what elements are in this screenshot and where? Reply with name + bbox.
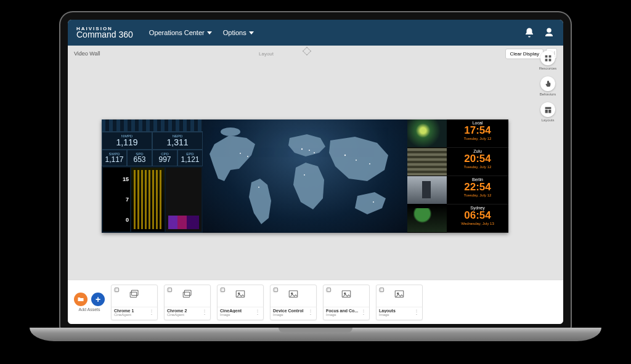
thumb-camera-2 <box>407 176 447 204</box>
dash-cell-value: 1,311 <box>155 138 200 147</box>
video-wall-canvas[interactable]: NWPD 1,119 NEPD 1,311 SWPD 1,117 <box>68 62 563 280</box>
asset-tile[interactable]: Chrome 1CineAgent⋮ <box>111 285 158 320</box>
assets-bar: + Add Assets Chrome 1CineAgent⋮Chrome 2C… <box>68 280 563 324</box>
dash-charts: 15 7 0 <box>102 166 203 233</box>
dash-count: 7 <box>104 196 129 203</box>
menu-options-label: Options <box>223 29 246 36</box>
menu-ops-label: Operations Center <box>149 29 205 36</box>
dash-cell: NEPD 1,311 <box>152 132 203 150</box>
asset-tile[interactable]: Chrome 2CineAgent⋮ <box>164 285 211 320</box>
svg-point-0 <box>221 127 240 136</box>
svg-rect-14 <box>185 290 192 295</box>
dash-cell: SPD 653 <box>127 150 152 166</box>
asset-tile[interactable]: CineAgentImage⋮ <box>217 285 264 320</box>
asset-menu-button[interactable]: ⋮ <box>253 309 261 318</box>
dash-row2: SWPD 1,117 SPD 653 CPD 997 EPD <box>102 150 203 166</box>
world-map-panel <box>203 119 407 233</box>
clock-time: 17:54 <box>447 125 508 137</box>
asset-sub: CineAgent <box>167 313 200 317</box>
menu-options[interactable]: Options <box>223 29 254 36</box>
svg-point-5 <box>309 150 310 151</box>
image-icon <box>234 289 247 302</box>
asset-menu-button[interactable]: ⋮ <box>147 309 155 318</box>
dash-cell: CPD 997 <box>152 150 177 166</box>
asset-tile[interactable]: Focus and Co...Image⋮ <box>323 285 370 320</box>
asset-name: Focus and Co... <box>326 309 359 313</box>
dash-count: 0 <box>104 217 129 223</box>
clock-zulu: Zulu 20:54 Tuesday, July 12 <box>447 148 508 176</box>
asset-sub: CineAgent <box>114 313 147 317</box>
clock-date: Wednesday, July 13 <box>447 222 508 225</box>
asset-preview <box>165 285 210 307</box>
dash-count: 15 <box>104 176 129 182</box>
clock-time: 22:54 <box>447 182 508 193</box>
pin-icon[interactable] <box>272 287 279 293</box>
bell-icon[interactable] <box>524 27 535 38</box>
add-asset-button[interactable]: + <box>91 293 105 306</box>
menu-operations-center[interactable]: Operations Center <box>149 29 212 36</box>
svg-point-19 <box>291 293 293 294</box>
svg-point-3 <box>258 187 259 188</box>
folder-icon <box>77 296 84 303</box>
image-icon <box>393 289 406 302</box>
user-icon[interactable] <box>543 27 555 38</box>
dash-bar-chart <box>131 168 165 232</box>
svg-rect-15 <box>183 292 190 297</box>
thumbnail-column <box>407 119 447 233</box>
asset-tile[interactable]: LayoutsImage⋮ <box>376 285 423 320</box>
svg-point-1 <box>240 153 241 154</box>
svg-point-17 <box>238 293 240 294</box>
pin-icon[interactable] <box>113 287 120 293</box>
asset-tile[interactable]: Device ControlImage⋮ <box>270 285 317 320</box>
pin-icon[interactable] <box>219 287 226 293</box>
svg-point-11 <box>373 201 374 203</box>
grid-icon <box>544 54 552 62</box>
dash-cell: SWPD 1,117 <box>102 150 127 166</box>
thumb-camera-1 <box>407 148 447 176</box>
dash-line-chart <box>166 168 202 232</box>
svg-point-7 <box>304 174 305 176</box>
image-icon <box>340 289 353 302</box>
clock-time: 06:54 <box>447 210 508 222</box>
asset-preview <box>112 285 157 307</box>
app-header: HAIVISION Command 360 Operations Center … <box>68 20 563 46</box>
asset-name: CineAgent <box>220 309 253 313</box>
dash-waveform <box>102 119 203 132</box>
svg-point-2 <box>247 156 248 157</box>
chevron-down-icon <box>249 31 254 34</box>
asset-sub: Image <box>379 313 412 317</box>
pin-icon[interactable] <box>166 287 173 293</box>
asset-menu-button[interactable]: ⋮ <box>359 309 367 318</box>
clock-sydney: Sydney 06:54 Wednesday, July 13 <box>447 204 508 233</box>
pin-icon[interactable] <box>325 287 332 293</box>
add-asset-folder-button[interactable] <box>74 293 88 306</box>
laptop-base <box>30 328 601 341</box>
asset-menu-button[interactable]: ⋮ <box>306 309 314 318</box>
asset-name: Device Control <box>273 309 306 313</box>
asset-sub: Image <box>220 313 253 317</box>
svg-point-9 <box>356 160 357 161</box>
stack-icon <box>181 289 194 302</box>
clock-time: 20:54 <box>447 153 508 165</box>
clock-date: Tuesday, July 12 <box>447 165 508 169</box>
clock-date: Tuesday, July 12 <box>447 193 508 197</box>
svg-point-4 <box>301 148 303 150</box>
chevron-down-icon <box>207 31 212 34</box>
asset-menu-button[interactable]: ⋮ <box>412 309 420 318</box>
asset-preview <box>377 285 422 307</box>
image-icon <box>287 289 300 302</box>
world-clocks: Local 17:54 Tuesday, July 12 Zulu 20:54 … <box>447 119 508 233</box>
dash-row1: NWPD 1,119 NEPD 1,311 <box>102 132 203 150</box>
videowall-label: Video Wall <box>74 51 100 57</box>
layout-drag-handle[interactable] <box>303 47 311 55</box>
asset-preview <box>271 285 316 307</box>
asset-preview <box>218 285 263 307</box>
brand: HAIVISION Command 360 <box>76 26 133 39</box>
video-wall[interactable]: NWPD 1,119 NEPD 1,311 SWPD 1,117 <box>102 119 508 233</box>
pin-icon[interactable] <box>378 287 385 293</box>
dash-count-list: 15 7 0 <box>103 168 130 232</box>
asset-preview <box>324 285 369 307</box>
thumb-satellite <box>407 204 447 233</box>
asset-menu-button[interactable]: ⋮ <box>200 309 208 318</box>
stack-icon <box>128 289 141 302</box>
